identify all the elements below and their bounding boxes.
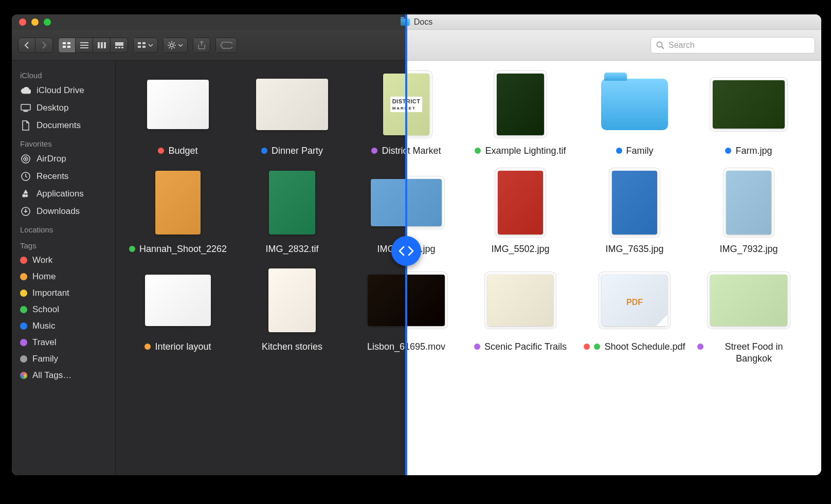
search-icon — [656, 41, 664, 49]
svg-line-61 — [169, 47, 170, 48]
sidebar-item[interactable]: Recents — [12, 168, 115, 185]
tag-dot-icon — [475, 148, 481, 154]
file-thumbnail — [710, 275, 787, 326]
apps-icon — [20, 188, 31, 200]
tag-dot-icon — [20, 257, 27, 264]
airdrop-icon — [20, 153, 31, 165]
share-button[interactable] — [193, 38, 210, 53]
sidebar-item[interactable]: Music — [12, 318, 115, 334]
file-name: Hannah_Shoot_2262 — [139, 243, 227, 255]
file-item[interactable]: IMG_7635.jpg — [577, 169, 692, 255]
view-icons-button[interactable] — [58, 38, 76, 53]
tag-dot-icon — [725, 148, 731, 154]
svg-line-60 — [174, 47, 175, 48]
sidebar-item[interactable]: Desktop — [12, 99, 115, 117]
sidebar-item[interactable]: Work — [12, 252, 115, 268]
svg-rect-40 — [80, 42, 88, 43]
view-columns-button[interactable] — [93, 38, 111, 53]
forward-button[interactable] — [35, 38, 53, 53]
sidebar-item[interactable]: Documents — [12, 117, 115, 134]
download-icon — [20, 206, 31, 217]
file-name: Example Lighting.tif — [485, 145, 566, 157]
tag-dot-icon — [20, 355, 27, 363]
sidebar-item[interactable]: Applications — [12, 185, 115, 203]
svg-rect-36 — [63, 42, 66, 44]
file-caption: Budget — [158, 145, 197, 157]
file-item[interactable]: Scenic Pacific Trails — [463, 267, 577, 364]
file-item[interactable]: Budget — [121, 71, 235, 157]
file-caption: Example Lighting.tif — [475, 145, 566, 157]
file-thumbnail: PDF — [602, 275, 667, 326]
file-item[interactable]: Family — [577, 71, 692, 157]
sidebar-item-label: iCloud Drive — [37, 85, 84, 96]
file-item[interactable]: Dinner Party — [235, 71, 349, 157]
traffic-minimize[interactable] — [31, 19, 39, 26]
search-placeholder: Search — [669, 41, 695, 50]
tag-dot-icon — [129, 246, 135, 252]
back-button[interactable] — [18, 38, 35, 53]
file-item[interactable]: Kitchen stories — [235, 267, 349, 364]
traffic-close[interactable] — [19, 19, 26, 26]
traffic-zoom[interactable] — [44, 19, 51, 26]
sidebar-item-label: All Tags… — [32, 370, 71, 381]
tag-dot-icon — [20, 339, 27, 346]
tag-dot-icon — [474, 344, 480, 350]
tag-dot-icon — [261, 148, 267, 154]
sidebar-item[interactable]: School — [12, 301, 115, 318]
file-item[interactable]: PDFShoot Schedule.pdf — [577, 267, 692, 364]
sidebar-heading: Favorites — [12, 134, 115, 150]
sidebar-item[interactable]: Home — [12, 268, 115, 285]
clock-icon — [20, 171, 31, 182]
file-name: IMG_7635.jpg — [605, 243, 663, 255]
tag-dot-icon — [697, 344, 703, 350]
doc-icon — [20, 120, 31, 131]
cloud-icon — [20, 85, 31, 96]
sidebar-item[interactable]: Important — [12, 285, 115, 301]
slider-knob[interactable] — [391, 236, 421, 266]
sidebar-item[interactable]: Downloads — [12, 203, 115, 220]
file-caption: Farm.jpg — [725, 145, 772, 157]
comparison-slider[interactable] — [405, 14, 407, 475]
tag-dot-icon — [158, 148, 164, 154]
file-item[interactable]: Hannah_Shoot_2262 — [121, 169, 235, 255]
svg-rect-45 — [104, 42, 106, 48]
sidebar-item[interactable]: AirDrop — [12, 150, 115, 168]
file-thumbnail — [497, 74, 544, 135]
sidebar-item[interactable]: Travel — [12, 334, 115, 351]
sidebar-item[interactable]: iCloud Drive — [12, 82, 115, 99]
svg-point-27 — [657, 42, 662, 47]
file-caption: Interior layout — [144, 341, 211, 353]
file-item[interactable]: Street Food in Bangkok — [692, 267, 806, 364]
svg-rect-39 — [67, 46, 70, 48]
file-caption: Hannah_Shoot_2262 — [129, 243, 227, 255]
sidebar-heading: iCloud — [12, 66, 115, 82]
file-thumbnail — [487, 275, 553, 326]
svg-rect-47 — [115, 47, 117, 48]
svg-rect-65 — [21, 104, 30, 110]
file-item[interactable]: IMG_2832.tif — [235, 169, 349, 255]
action-button[interactable] — [163, 38, 188, 53]
sidebar-item-label: Home — [32, 272, 56, 282]
file-item[interactable]: Example Lighting.tif — [463, 71, 577, 157]
svg-rect-48 — [118, 47, 120, 48]
file-name: Scenic Pacific Trails — [484, 341, 567, 353]
view-gallery-button[interactable] — [111, 38, 128, 53]
file-thumbnail — [269, 171, 315, 235]
tags-button[interactable] — [215, 38, 237, 53]
group-button[interactable] — [133, 38, 158, 53]
file-item[interactable]: IMG_7932.jpg — [692, 169, 806, 255]
file-caption: IMG_5502.jpg — [491, 243, 549, 255]
sidebar-item[interactable]: Family — [12, 351, 115, 367]
file-caption: Dinner Party — [261, 145, 323, 157]
view-list-button[interactable] — [76, 38, 93, 53]
file-item[interactable]: IMG_5502.jpg — [463, 169, 577, 255]
svg-rect-53 — [142, 46, 146, 48]
tag-dot-icon — [584, 344, 590, 350]
file-item[interactable]: Interior layout — [121, 267, 235, 364]
sidebar-item[interactable]: All Tags… — [12, 367, 115, 384]
file-item[interactable]: Farm.jpg — [692, 71, 806, 157]
tag-dot-icon — [20, 290, 27, 297]
tag-dot-icon — [594, 344, 600, 350]
search-field[interactable]: Search — [651, 37, 815, 53]
svg-rect-43 — [98, 42, 100, 48]
